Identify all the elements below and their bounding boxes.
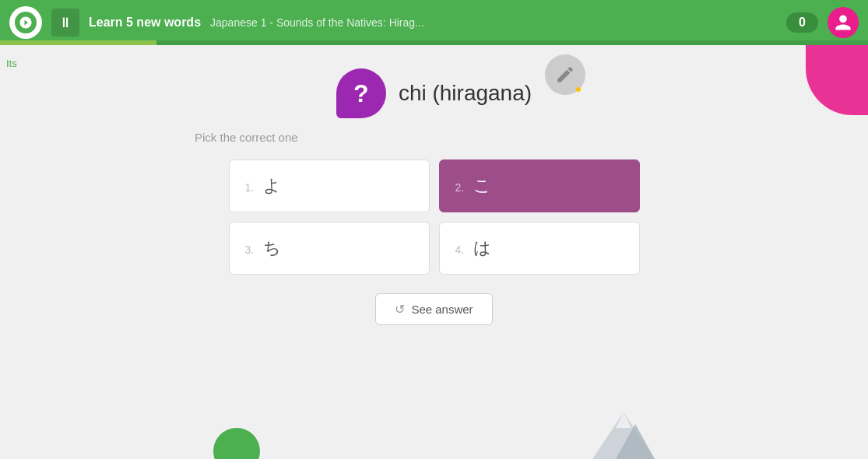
see-answer-button[interactable]: ↺ See answer xyxy=(375,293,492,325)
question-header: ? chi (hiragana) xyxy=(336,68,532,118)
lesson-subtitle: Japanese 1 - Sounds of the Natives: Hira… xyxy=(210,16,777,29)
lesson-title: Learn 5 new words xyxy=(89,16,201,30)
option-2-character: こ xyxy=(473,176,491,195)
option-1-number: 1. xyxy=(245,181,255,194)
logo-inner xyxy=(15,12,37,33)
option-4[interactable]: 4. は xyxy=(439,222,640,275)
option-1-character: よ xyxy=(263,176,281,195)
pause-button[interactable]: ⏸ xyxy=(51,9,79,37)
option-4-character: は xyxy=(473,238,491,258)
score-value: 0 xyxy=(799,16,806,29)
question-text: chi (hiragana) xyxy=(399,81,532,106)
logo[interactable] xyxy=(9,6,42,39)
option-3[interactable]: 3. ち xyxy=(229,222,430,275)
header: ⏸ Learn 5 new words Japanese 1 - Sounds … xyxy=(0,0,868,45)
options-grid: 1. よ 2. こ 3. ち 4. は xyxy=(229,159,640,275)
option-1[interactable]: 1. よ xyxy=(229,159,430,212)
svg-marker-2 xyxy=(616,412,631,428)
option-2[interactable]: 2. こ xyxy=(439,159,640,212)
bottom-green-circle xyxy=(213,428,260,459)
avatar[interactable] xyxy=(828,7,859,38)
question-mark: ? xyxy=(353,79,369,108)
option-2-number: 2. xyxy=(455,181,465,194)
refresh-icon: ↺ xyxy=(395,302,405,317)
bottom-decorations xyxy=(0,397,868,459)
score-badge: 0 xyxy=(786,12,818,33)
question-bubble: ? xyxy=(336,68,386,118)
option-3-number: 3. xyxy=(245,244,255,256)
option-4-number: 4. xyxy=(455,244,465,256)
mountain-decoration xyxy=(592,412,655,459)
see-answer-label: See answer xyxy=(411,303,473,316)
main-content: ? chi (hiragana) Pick the correct one 1.… xyxy=(0,45,868,325)
pause-icon: ⏸ xyxy=(58,15,72,31)
instruction: Pick the correct one xyxy=(195,131,298,144)
option-3-character: ち xyxy=(263,238,281,258)
